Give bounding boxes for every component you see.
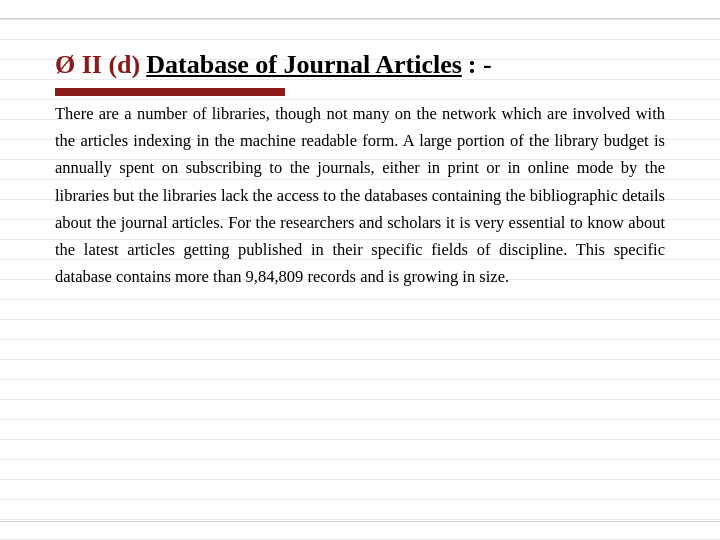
section-heading: Ø II (d) Database of Journal Articles : … <box>55 50 492 80</box>
content-area: Ø II (d) Database of Journal Articles : … <box>0 0 720 540</box>
heading-suffix: : - <box>468 50 492 80</box>
red-accent-bar <box>55 88 285 96</box>
bottom-decorative-line <box>0 521 720 522</box>
top-decorative-line <box>0 18 720 19</box>
body-paragraph: There are a number of libraries, though … <box>55 100 665 291</box>
slide: Ø II (d) Database of Journal Articles : … <box>0 0 720 540</box>
heading-row: Ø II (d) Database of Journal Articles : … <box>55 40 665 80</box>
heading-prefix: Ø II (d) <box>55 50 140 80</box>
heading-main: Database of Journal Articles <box>146 50 462 80</box>
